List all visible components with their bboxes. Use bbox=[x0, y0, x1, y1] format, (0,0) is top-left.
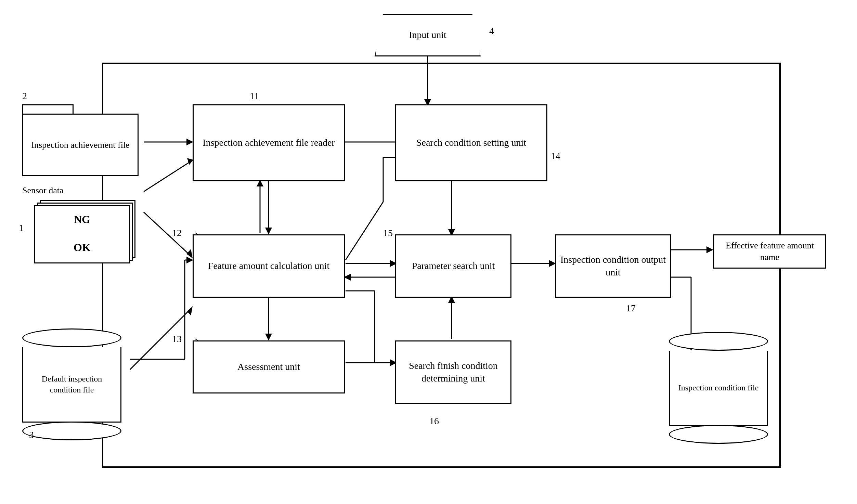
parameter-search-unit-label: Parameter search unit bbox=[412, 260, 495, 272]
effective-feature-amount-name-box: Effective feature amount name bbox=[713, 234, 826, 269]
svg-line-5 bbox=[144, 161, 192, 192]
parameter-search-unit-box: Parameter search unit bbox=[395, 234, 511, 298]
search-condition-setting-unit-label: Search condition setting unit bbox=[416, 137, 526, 149]
inspection-condition-file-cylinder: Inspection condition file bbox=[669, 332, 768, 444]
svg-line-9 bbox=[130, 308, 192, 370]
inspection-condition-file-label: Inspection condition file bbox=[678, 383, 759, 393]
svg-marker-35 bbox=[706, 246, 713, 253]
ng-label: NG bbox=[74, 212, 90, 227]
ref-16: 16 bbox=[429, 416, 439, 427]
assessment-unit-box: Assessment unit bbox=[193, 340, 345, 393]
svg-marker-16 bbox=[344, 274, 351, 281]
search-finish-condition-box: Search finish condition determining unit bbox=[395, 340, 511, 404]
default-inspection-condition-file-cylinder: Default inspection condition file bbox=[22, 328, 121, 440]
svg-marker-12 bbox=[265, 228, 272, 234]
ref-14: 14 bbox=[551, 151, 560, 161]
inspection-condition-output-unit-box: Inspection condition output unit bbox=[555, 234, 671, 298]
ref-13: 13 bbox=[172, 334, 182, 345]
ref-1: 1 bbox=[19, 222, 24, 233]
ok-label: OK bbox=[74, 241, 91, 255]
ref-11: 11 bbox=[250, 91, 259, 102]
ref-3: 3 bbox=[29, 429, 34, 440]
ref-15: 15 bbox=[383, 228, 393, 238]
effective-feature-amount-name-label: Effective feature amount name bbox=[717, 240, 822, 263]
input-unit-label: Input unit bbox=[409, 29, 446, 41]
inspection-achievement-file-reader-label: Inspection achievement file reader bbox=[203, 137, 335, 149]
ref-12: 12 bbox=[172, 228, 182, 238]
default-inspection-condition-file-label: Default inspection condition file bbox=[26, 374, 118, 395]
diagram: Input unit 4 Inspection achievement file… bbox=[0, 0, 857, 504]
inspection-achievement-file-label: Inspection achievement file bbox=[31, 139, 129, 151]
ref-17: 17 bbox=[626, 303, 636, 314]
inspection-achievement-file-shape: Inspection achievement file bbox=[22, 104, 139, 176]
search-finish-condition-label: Search finish condition determining unit bbox=[399, 360, 508, 385]
svg-line-7 bbox=[144, 212, 192, 257]
search-condition-setting-unit-box: Search condition setting unit bbox=[395, 104, 547, 181]
svg-marker-4 bbox=[186, 139, 193, 145]
svg-marker-43 bbox=[186, 257, 193, 263]
sensor-data-label: Sensor data bbox=[22, 185, 64, 196]
input-unit-box: Input unit bbox=[375, 14, 481, 56]
assessment-unit-label: Assessment unit bbox=[237, 361, 300, 373]
ref-4: 4 bbox=[489, 26, 494, 37]
svg-marker-18 bbox=[265, 334, 272, 340]
svg-marker-10 bbox=[187, 306, 193, 315]
inspection-condition-output-unit-label: Inspection condition output unit bbox=[559, 254, 667, 279]
inspection-achievement-file-reader-box: Inspection achievement file reader bbox=[193, 104, 345, 181]
feature-amount-calculation-unit-box: Feature amount calculation unit bbox=[193, 234, 345, 298]
svg-marker-8 bbox=[186, 249, 193, 258]
sensor-page-ng: NG bbox=[34, 205, 130, 233]
ref-2: 2 bbox=[22, 91, 27, 102]
feature-amount-calculation-unit-label: Feature amount calculation unit bbox=[208, 260, 329, 272]
svg-line-31 bbox=[346, 202, 383, 260]
sensor-page-ok: OK bbox=[34, 233, 130, 263]
